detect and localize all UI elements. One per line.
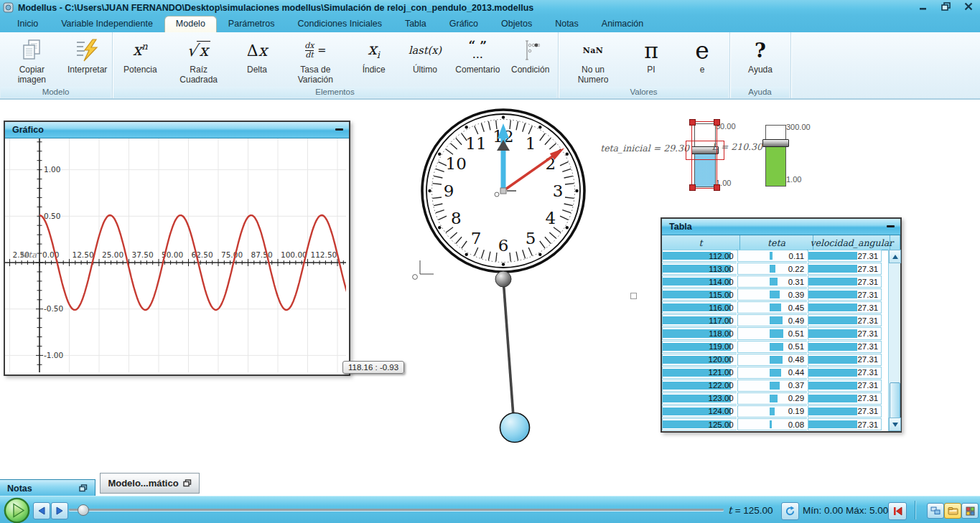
svg-text:75.00: 75.00 <box>221 250 243 259</box>
modelo-restore-icon[interactable] <box>183 479 192 487</box>
condici-n-button[interactable]: Condición <box>507 34 554 77</box>
clock-numeral: 4 <box>545 209 556 227</box>
play-button[interactable] <box>4 497 30 523</box>
interpretar-button[interactable]: Interpretar <box>64 34 111 77</box>
selection-handle[interactable] <box>714 119 720 126</box>
skip-to-start-button[interactable] <box>888 502 907 520</box>
ltimo-button[interactable]: last(x)Último <box>401 34 449 77</box>
notas-restore-icon[interactable] <box>79 484 88 492</box>
tabla-window-titlebar[interactable]: Tabla <box>662 219 900 235</box>
level-handle[interactable] <box>762 139 789 147</box>
condition-icon <box>521 36 540 65</box>
ribbon-group-caption: Valores <box>559 87 728 98</box>
time-slider-track[interactable] <box>69 509 724 511</box>
tab-variable-independiente[interactable]: Variable Independiente <box>50 16 164 32</box>
table-cell: 27.31 <box>808 263 882 275</box>
table-scrollbar[interactable] <box>888 250 900 431</box>
level-min-label: 1.00 <box>786 175 801 184</box>
windows-layout-button[interactable] <box>927 503 944 519</box>
comentario-button[interactable]: “ ”...Comentario <box>452 34 503 77</box>
table-cell: 0.51 <box>737 341 807 353</box>
value-bar <box>770 395 778 402</box>
ra-z-cuadrada-button[interactable]: √xRaíz Cuadrada <box>168 34 230 87</box>
minimize-window-icon[interactable] <box>917 1 928 11</box>
copiar-imagen-button[interactable]: Copiar imagen <box>1 34 62 87</box>
cell-value: 0.29 <box>788 393 804 404</box>
table-cell: 113.00 <box>662 263 737 275</box>
ribbon-button-label: Interpretar <box>67 65 107 75</box>
table-cell: 27.31 <box>808 275 882 288</box>
ribbon-group-caption: Modelo <box>1 87 111 98</box>
cell-value: 116.00 <box>709 302 733 313</box>
delta-button[interactable]: ΔxDelta <box>233 34 281 77</box>
svg-text:12.50: 12.50 <box>73 250 94 259</box>
modelo-matematico-window-tab[interactable]: Modelo...mático <box>100 473 200 494</box>
grid-colors-button[interactable] <box>961 503 979 519</box>
cell-value: 0.45 <box>788 302 804 313</box>
svg-text:25.00: 25.00 <box>102 250 123 259</box>
cell-value: 27.31 <box>857 276 878 287</box>
svg-text:112.50: 112.50 <box>311 250 337 259</box>
tab-animaci-n[interactable]: Animación <box>590 16 655 32</box>
level-max-label: 300.00 <box>786 123 811 131</box>
table-cell: 117.00 <box>662 314 737 326</box>
ribbon-button-label: Condición <box>511 65 549 75</box>
step-forward-button[interactable] <box>51 502 68 519</box>
ribbon-group-modelo: Copiar imagen InterpretarModelo <box>0 32 113 98</box>
euler-icon: e <box>695 36 709 65</box>
tab-inicio[interactable]: Inicio <box>6 16 50 32</box>
folder-view-button[interactable] <box>944 503 961 519</box>
potencia-button[interactable]: xnPotencia <box>116 34 164 77</box>
svg-text:teta: teta <box>20 250 37 260</box>
table-column-t[interactable]: t <box>662 235 740 250</box>
ayuda-button[interactable]: ?Ayuda <box>737 34 784 77</box>
reset-cycle-button[interactable] <box>781 502 799 520</box>
level-label-teta-inicial: teta_inicial = 29.30 <box>600 143 689 154</box>
scroll-up-icon[interactable] <box>889 250 901 263</box>
tabla-minimize-icon[interactable] <box>887 225 895 227</box>
selection-anchor-square[interactable] <box>630 293 637 299</box>
table-cell: 0.49 <box>737 314 807 326</box>
app-titlebar[interactable]: Modellus - C:\Users\JUAN FERNANDO\Deskto… <box>0 0 980 15</box>
table-column-teta[interactable]: teta <box>740 235 813 250</box>
clock-pendulum-object[interactable]: 123456789101112 <box>396 104 603 448</box>
selection-handle[interactable] <box>689 119 696 126</box>
time-variable: t <box>728 504 732 516</box>
level-indicator-l[interactable] <box>765 125 786 187</box>
notas-window-titlebar[interactable]: Notas <box>0 479 95 497</box>
pi-button[interactable]: πPI <box>627 34 675 77</box>
step-back-button[interactable] <box>33 502 50 519</box>
cell-value: 121.00 <box>709 367 734 378</box>
e-button[interactable]: ee <box>678 34 726 77</box>
table-column-velocidad-angular[interactable]: velocidad_angular <box>813 235 890 250</box>
grafico-window-titlebar[interactable]: Gráfico <box>5 122 349 138</box>
scrollbar-thumb[interactable] <box>890 382 900 420</box>
value-bar <box>808 252 857 260</box>
no-un-numero-button[interactable]: NaNNo un Numero <box>562 34 624 87</box>
tab-modelo[interactable]: Modelo <box>164 16 217 32</box>
scroll-down-icon[interactable] <box>889 418 901 431</box>
restore-window-icon[interactable] <box>940 1 951 11</box>
cell-value: 27.31 <box>857 393 878 404</box>
table-row: 121.000.4427.31 <box>662 367 889 380</box>
tab-condiciones-iniciales[interactable]: Condiciones Iniciales <box>286 16 393 32</box>
table-cell: 121.00 <box>662 367 737 379</box>
table-cell: 27.31 <box>808 327 882 339</box>
ndice-button[interactable]: xiÍndice <box>350 34 398 77</box>
grafico-plot-area[interactable]: 2.500.0012.5025.0037.5050.0062.5075.0087… <box>5 138 346 372</box>
grafico-minimize-icon[interactable] <box>335 128 343 131</box>
tab-tabla[interactable]: Tabla <box>393 16 438 32</box>
ribbon-button-label: Copiar imagen <box>4 65 60 85</box>
tab-gr-fico[interactable]: Gráfico <box>438 16 490 32</box>
tab-objetos[interactable]: Objetos <box>490 16 543 32</box>
close-window-icon[interactable] <box>963 1 974 11</box>
selection-handle[interactable] <box>689 184 696 191</box>
time-slider-thumb[interactable] <box>78 504 89 516</box>
tab-par-metros[interactable]: Parámetros <box>217 16 286 32</box>
selection-handle[interactable] <box>714 184 720 191</box>
cell-value: 114.00 <box>709 276 733 287</box>
tab-notas[interactable]: Notas <box>543 16 590 32</box>
svg-text:100.00: 100.00 <box>281 250 307 259</box>
tasa-de-variaci-n-button[interactable]: dxdt =Tasa de Variación <box>284 34 346 87</box>
table-row: 117.000.4927.31 <box>662 314 889 327</box>
